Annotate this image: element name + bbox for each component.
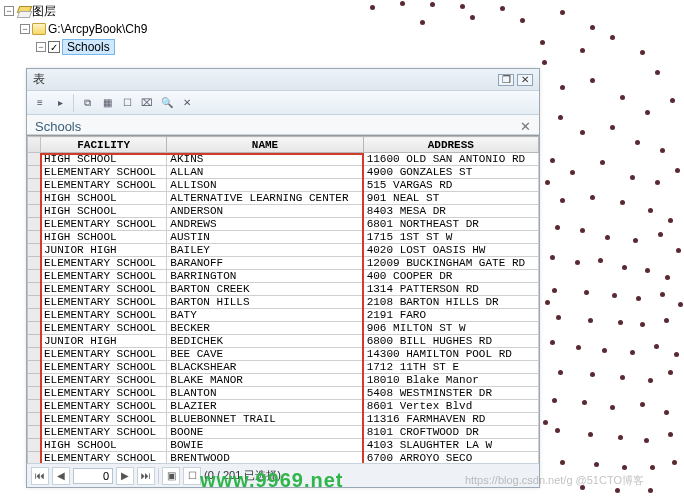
map-point[interactable] <box>588 318 593 323</box>
cell[interactable]: ELEMENTARY SCHOOL <box>41 413 167 426</box>
cell[interactable]: BLAZIER <box>167 400 363 413</box>
zoom-selected-icon[interactable]: 🔍 <box>158 94 176 112</box>
row-header[interactable] <box>28 244 41 257</box>
show-all-toggle[interactable]: ▣ <box>162 467 180 485</box>
cell[interactable]: HIGH SCHOOL <box>41 439 167 452</box>
select-by-attr-icon[interactable]: ▦ <box>98 94 116 112</box>
close-button[interactable]: ✕ <box>517 74 533 86</box>
map-point[interactable] <box>620 200 625 205</box>
cell[interactable]: 1314 PATTERSON RD <box>363 283 538 296</box>
row-header[interactable] <box>28 231 41 244</box>
map-point[interactable] <box>676 248 681 253</box>
table-row[interactable]: ELEMENTARY SCHOOLALLISON515 VARGAS RD <box>28 179 539 192</box>
cell[interactable]: ELEMENTARY SCHOOL <box>41 166 167 179</box>
map-point[interactable] <box>658 232 663 237</box>
map-point[interactable] <box>543 420 548 425</box>
map-point[interactable] <box>620 375 625 380</box>
map-point[interactable] <box>540 40 545 45</box>
row-header[interactable] <box>28 322 41 335</box>
table-row[interactable]: ELEMENTARY SCHOOLBLACKSHEAR1712 11TH ST … <box>28 361 539 374</box>
cell[interactable]: ANDREWS <box>167 218 363 231</box>
row-header[interactable] <box>28 361 41 374</box>
map-point[interactable] <box>648 378 653 383</box>
map-point[interactable] <box>570 170 575 175</box>
map-point[interactable] <box>654 344 659 349</box>
map-point[interactable] <box>620 95 625 100</box>
cell[interactable]: 18010 Blake Manor <box>363 374 538 387</box>
map-point[interactable] <box>400 1 405 6</box>
map-point[interactable] <box>644 438 649 443</box>
cell[interactable]: BLANTON <box>167 387 363 400</box>
map-point[interactable] <box>542 60 547 65</box>
map-point[interactable] <box>430 2 435 7</box>
map-point[interactable] <box>610 125 615 130</box>
map-point[interactable] <box>645 110 650 115</box>
row-header[interactable] <box>28 270 41 283</box>
table-row[interactable]: ELEMENTARY SCHOOLBEE CAVE14300 HAMILTON … <box>28 348 539 361</box>
map-point[interactable] <box>605 235 610 240</box>
map-point[interactable] <box>670 98 675 103</box>
map-point[interactable] <box>640 402 645 407</box>
cell[interactable]: ANDERSON <box>167 205 363 218</box>
row-header[interactable] <box>28 439 41 452</box>
table-options-icon[interactable]: ≡ <box>31 94 49 112</box>
cell[interactable]: 1712 11TH ST E <box>363 361 538 374</box>
cell[interactable]: ELEMENTARY SCHOOL <box>41 400 167 413</box>
cell[interactable]: ELEMENTARY SCHOOL <box>41 309 167 322</box>
map-point[interactable] <box>555 428 560 433</box>
map-point[interactable] <box>584 290 589 295</box>
row-header[interactable] <box>28 205 41 218</box>
map-point[interactable] <box>668 432 673 437</box>
map-point[interactable] <box>610 35 615 40</box>
map-point[interactable] <box>672 460 677 465</box>
close-tab-icon[interactable]: ✕ <box>520 119 531 134</box>
map-point[interactable] <box>618 320 623 325</box>
map-point[interactable] <box>618 435 623 440</box>
table-row[interactable]: ELEMENTARY SCHOOLBLAKE MANOR18010 Blake … <box>28 374 539 387</box>
map-point[interactable] <box>582 400 587 405</box>
cell[interactable]: 6700 ARROYO SECO <box>363 452 538 464</box>
map-point[interactable] <box>645 268 650 273</box>
record-position-input[interactable] <box>73 468 113 484</box>
cell[interactable]: ELEMENTARY SCHOOL <box>41 426 167 439</box>
map-point[interactable] <box>675 168 680 173</box>
cell[interactable]: ELEMENTARY SCHOOL <box>41 296 167 309</box>
row-header[interactable] <box>28 218 41 231</box>
cell[interactable]: HIGH SCHOOL <box>41 153 167 166</box>
map-point[interactable] <box>500 6 505 11</box>
cell[interactable]: HIGH SCHOOL <box>41 205 167 218</box>
row-header[interactable] <box>28 400 41 413</box>
cell[interactable]: 6800 BILL HUGHES RD <box>363 335 538 348</box>
dropdown-icon[interactable]: ▸ <box>51 94 69 112</box>
table-row[interactable]: ELEMENTARY SCHOOLBARRINGTON400 COOPER DR <box>28 270 539 283</box>
cell[interactable]: 6801 NORTHEAST DR <box>363 218 538 231</box>
cell[interactable]: ELEMENTARY SCHOOL <box>41 218 167 231</box>
map-point[interactable] <box>668 218 673 223</box>
map-point[interactable] <box>588 432 593 437</box>
cell[interactable]: 12009 BUCKINGHAM GATE RD <box>363 257 538 270</box>
map-point[interactable] <box>610 405 615 410</box>
map-point[interactable] <box>664 410 669 415</box>
cell[interactable]: ALLAN <box>167 166 363 179</box>
cell[interactable]: BAILEY <box>167 244 363 257</box>
cell[interactable]: 2108 BARTON HILLS DR <box>363 296 538 309</box>
attribute-grid[interactable]: FACILITYNAMEADDRESSHIGH SCHOOLAKINS11600… <box>27 136 539 463</box>
map-point[interactable] <box>558 115 563 120</box>
map-point[interactable] <box>648 208 653 213</box>
row-header[interactable] <box>28 374 41 387</box>
map-point[interactable] <box>674 352 679 357</box>
row-header[interactable] <box>28 179 41 192</box>
cell[interactable]: 11316 FARMHAVEN RD <box>363 413 538 426</box>
table-row[interactable]: ELEMENTARY SCHOOLBARTON CREEK1314 PATTER… <box>28 283 539 296</box>
cell[interactable]: BEE CAVE <box>167 348 363 361</box>
prev-record-button[interactable]: ◀ <box>52 467 70 485</box>
cell[interactable]: 2191 FARO <box>363 309 538 322</box>
cell[interactable]: BLUEBONNET TRAIL <box>167 413 363 426</box>
cell[interactable]: BOONE <box>167 426 363 439</box>
map-point[interactable] <box>556 315 561 320</box>
cell[interactable]: ELEMENTARY SCHOOL <box>41 452 167 464</box>
map-point[interactable] <box>650 465 655 470</box>
cell[interactable]: ELEMENTARY SCHOOL <box>41 322 167 335</box>
cell[interactable]: 14300 HAMILTON POOL RD <box>363 348 538 361</box>
table-row[interactable]: ELEMENTARY SCHOOLBLAZIER8601 Vertex Blvd <box>28 400 539 413</box>
